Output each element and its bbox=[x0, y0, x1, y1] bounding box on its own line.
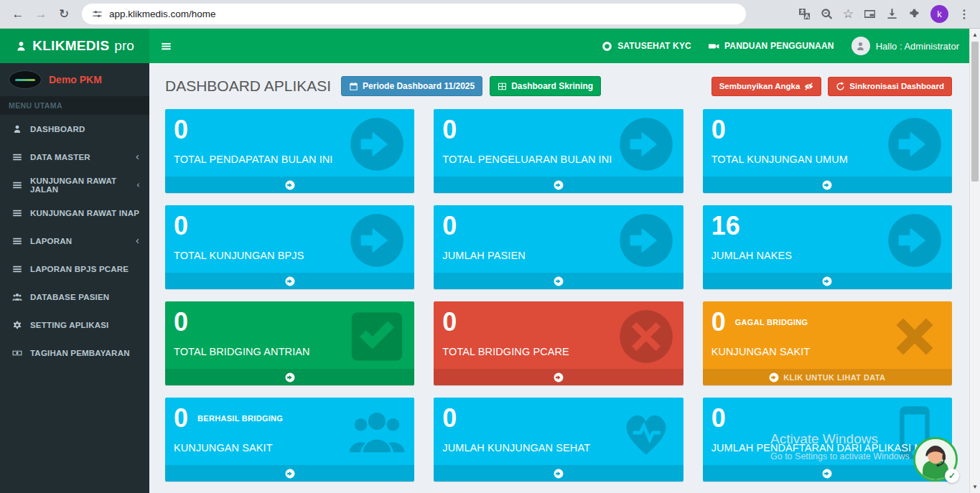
sidebar-item-laporan-bpjs-pcare[interactable]: LAPORAN BPJS PCARE bbox=[0, 255, 149, 283]
stat-card-bridging-antrian: 0 TOTAL BRIDGING ANTRIAN bbox=[165, 301, 414, 385]
button-label: Sinkronisasi Dashboard bbox=[849, 82, 944, 90]
page-title: DASHBOARD APLIKASI bbox=[165, 78, 331, 95]
brand-name-bold: KLIKMEDIS bbox=[32, 38, 109, 54]
card-more-info-link[interactable] bbox=[703, 177, 952, 193]
browser-menu-icon[interactable]: ⋮ bbox=[958, 9, 970, 20]
translate-icon[interactable] bbox=[798, 8, 811, 20]
list-icon bbox=[12, 236, 22, 246]
card-more-info-link[interactable] bbox=[434, 273, 683, 289]
stat-value: 0 bbox=[711, 309, 726, 335]
card-more-info-link[interactable] bbox=[165, 177, 414, 193]
arrow-circle-icon bbox=[554, 469, 564, 479]
brand-logo[interactable]: KLIKMEDISpro bbox=[0, 29, 149, 63]
browser-back-button[interactable]: ← bbox=[7, 4, 29, 25]
sidebar-item-database-pasien[interactable]: DATABASE PASIEN bbox=[0, 283, 149, 311]
url-text: app.klikmedis.com/home bbox=[109, 9, 216, 19]
bookmark-star-icon[interactable]: ☆ bbox=[843, 8, 854, 20]
stat-label: TOTAL PENGELUARAN BULAN INI bbox=[442, 154, 674, 165]
stat-label: TOTAL BRIDGING ANTRIAN bbox=[174, 346, 406, 357]
address-bar[interactable]: app.klikmedis.com/home bbox=[82, 4, 746, 24]
check-icon: ✓ bbox=[948, 471, 956, 481]
profile-avatar[interactable]: k bbox=[930, 5, 948, 23]
person-icon bbox=[12, 124, 22, 134]
sidebar-item-label: DASHBOARD bbox=[30, 125, 85, 133]
tab-search-icon[interactable] bbox=[864, 8, 876, 20]
scroll-up-arrow[interactable]: ▲ bbox=[970, 32, 980, 38]
stat-value: 0 bbox=[442, 117, 457, 143]
sidebar-item-kunjungan-rawat-inap[interactable]: KUNJUNGAN RAWAT INAP bbox=[0, 199, 149, 227]
sidebar-item-label: TAGIHAN PEMBAYARAN bbox=[30, 349, 130, 357]
stat-value: 0 bbox=[711, 117, 726, 143]
stat-label: JUMLAH PENDAFTARAN DARI APLIKASI MJKN bbox=[711, 442, 943, 454]
satusehat-logo-icon bbox=[602, 41, 612, 52]
zoom-icon[interactable] bbox=[821, 8, 833, 20]
org-logo bbox=[9, 70, 42, 89]
stat-card-total-pengeluaran: 0 TOTAL PENGELUARAN BULAN INI bbox=[434, 109, 683, 193]
card-more-info-link[interactable] bbox=[165, 369, 414, 385]
card-more-info-link[interactable] bbox=[434, 369, 683, 385]
card-more-info-link[interactable] bbox=[165, 273, 414, 289]
money-icon bbox=[12, 348, 22, 358]
sidebar-item-data-master[interactable]: DATA MASTER bbox=[0, 143, 149, 171]
download-icon[interactable] bbox=[886, 8, 898, 20]
header-links: SATUSEHAT KYC PANDUAN PENGGUNAAN Hallo :… bbox=[602, 29, 969, 63]
browser-reload-button[interactable]: ↻ bbox=[53, 4, 75, 25]
stat-label: TOTAL KUNJUNGAN BPJS bbox=[174, 250, 406, 261]
header-action-buttons: Sembunyikan Angka Sinkronisasi Dashboard bbox=[711, 77, 952, 96]
scroll-down-arrow[interactable]: ▼ bbox=[970, 484, 980, 490]
sync-dashboard-button[interactable]: Sinkronisasi Dashboard bbox=[828, 77, 952, 96]
sidebar-item-dashboard[interactable]: DASHBOARD bbox=[0, 115, 149, 143]
stat-card-total-pendapatan: 0 TOTAL PENDAPATAN BULAN INI bbox=[165, 109, 414, 193]
sidebar-item-setting-aplikasi[interactable]: SETTING APLIKASI bbox=[0, 311, 149, 339]
sidebar-item-kunjungan-rawat-jalan[interactable]: KUNJUNGAN RAWAT JALAN bbox=[0, 171, 149, 199]
stat-card-bridging-pcare: 0 TOTAL BRIDGING PCARE bbox=[434, 301, 683, 385]
scrollbar-thumb[interactable] bbox=[971, 42, 979, 182]
list-icon bbox=[12, 180, 22, 190]
sidebar-item-label: LAPORAN BPJS PCARE bbox=[30, 265, 129, 273]
stat-value: 0 bbox=[711, 405, 726, 431]
stat-value: 0 bbox=[174, 117, 188, 143]
arrow-circle-icon bbox=[822, 276, 832, 286]
sidebar-item-laporan[interactable]: LAPORAN bbox=[0, 227, 149, 255]
period-dashboard-button[interactable]: Periode Dashboard 11/2025 bbox=[341, 76, 482, 96]
footer-label: KLIK UNTUK LIHAT DATA bbox=[783, 373, 885, 382]
back-arrow-icon: ← bbox=[12, 7, 24, 22]
arrow-circle-icon bbox=[285, 180, 295, 190]
stat-badge: BERHASIL BRIDGING bbox=[197, 414, 283, 423]
forward-arrow-icon: → bbox=[35, 7, 47, 22]
user-greeting: Hallo : Administrator bbox=[876, 41, 959, 52]
site-settings-icon[interactable] bbox=[92, 9, 103, 19]
refresh-icon bbox=[836, 82, 845, 91]
gear-icon bbox=[12, 320, 22, 330]
stat-label: KUNJUNGAN SAKIT bbox=[174, 442, 406, 454]
card-more-info-link[interactable]: KLIK UNTUK LIHAT DATA bbox=[703, 369, 952, 385]
arrow-circle-icon bbox=[554, 180, 564, 190]
sidebar-item-tagihan-pembayaran[interactable]: TAGIHAN PEMBAYARAN bbox=[0, 339, 149, 367]
user-menu[interactable]: Hallo : Administrator bbox=[851, 37, 959, 55]
dashboard-skrining-button[interactable]: Dashboard Skrining bbox=[490, 76, 601, 96]
panduan-penggunaan-label: PANDUAN PENGGUNAAN bbox=[724, 41, 834, 51]
stat-card-kunjungan-umum: 0 TOTAL KUNJUNGAN UMUM bbox=[703, 109, 952, 193]
hamburger-icon bbox=[161, 41, 172, 52]
stat-value: 0 bbox=[174, 405, 188, 431]
satusehat-kyc-link[interactable]: SATUSEHAT KYC bbox=[602, 41, 691, 52]
stat-label: KUNJUNGAN SAKIT bbox=[711, 346, 943, 357]
card-more-info-link[interactable] bbox=[165, 465, 414, 482]
extensions-icon[interactable] bbox=[908, 8, 920, 20]
browser-forward-button[interactable]: → bbox=[30, 4, 52, 25]
hide-numbers-button[interactable]: Sembunyikan Angka bbox=[711, 77, 822, 96]
card-more-info-link[interactable] bbox=[703, 273, 952, 289]
arrow-circle-icon bbox=[554, 276, 564, 286]
sidebar-toggle-button[interactable] bbox=[149, 29, 182, 63]
sidebar-item-label: LAPORAN bbox=[30, 237, 72, 245]
page-scrollbar[interactable]: ▲ ▼ bbox=[969, 29, 980, 493]
stat-card-jumlah-nakes: 16 JUMLAH NAKES bbox=[703, 205, 952, 289]
card-more-info-link[interactable] bbox=[434, 465, 683, 482]
user-avatar bbox=[851, 37, 870, 55]
panduan-penggunaan-link[interactable]: PANDUAN PENGGUNAAN bbox=[709, 41, 834, 52]
profile-initial: k bbox=[937, 9, 942, 19]
support-chat-button[interactable]: ✓ bbox=[913, 437, 958, 482]
button-label: Sembunyikan Angka bbox=[719, 82, 801, 90]
table-icon bbox=[498, 82, 507, 91]
card-more-info-link[interactable] bbox=[434, 177, 683, 193]
